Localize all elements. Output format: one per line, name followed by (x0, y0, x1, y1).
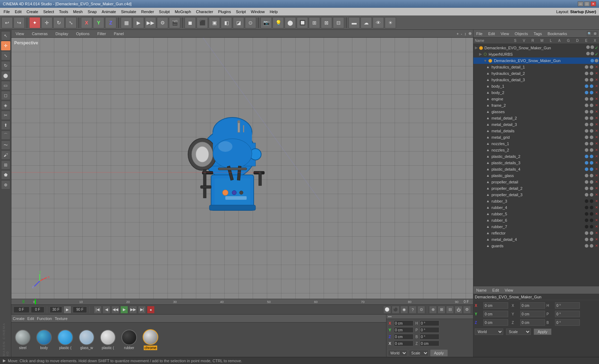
material-glass[interactable]: glass_w (77, 330, 96, 350)
coord-z-size[interactable] (420, 341, 439, 346)
om-view[interactable]: View (499, 31, 511, 37)
tool-loop-select[interactable]: ◻ (1, 91, 10, 100)
sky-btn[interactable]: ☁ (361, 17, 372, 28)
menu-snap[interactable]: Snap (86, 9, 99, 15)
jump-end-btn[interactable]: ▶| (138, 306, 146, 314)
attr-x-pos[interactable] (483, 302, 508, 309)
tab-options[interactable]: Options (73, 31, 92, 37)
y-axis-btn[interactable]: Y (93, 17, 104, 28)
rotate-mode-btn[interactable]: ↻ (53, 17, 65, 28)
tool-globe[interactable]: ⊕ (1, 180, 10, 189)
menu-mesh[interactable]: Mesh (71, 9, 85, 15)
tool-rotate[interactable]: ↻ (1, 61, 10, 70)
render-region-btn[interactable]: ▦ (121, 17, 132, 28)
key-mark-btn[interactable]: ? (409, 306, 417, 314)
om-settings-icon[interactable]: ⚙ (593, 31, 598, 36)
menu-mograph[interactable]: MoGraph (172, 9, 193, 15)
menu-sculpt[interactable]: Sculpt (157, 9, 172, 15)
om-bookmarks[interactable]: Bookmarks (546, 31, 568, 37)
attr-p-val[interactable] (555, 311, 580, 317)
tree-item-main-group[interactable]: ▼ ⬤ Demaclenko_EVO_Snow_Maker_Gun (473, 57, 599, 64)
tree-item-rubber-5[interactable]: ▲ rubber_5 ✕ (473, 211, 599, 217)
current-frame-input[interactable] (13, 307, 29, 313)
tree-item-plastic-details-4[interactable]: ▲ plastic_details_4 ✕ (473, 166, 599, 172)
tool-rect-select[interactable]: ▭ (1, 81, 10, 90)
menu-animate[interactable]: Animate (100, 9, 118, 15)
tool-magnet[interactable]: ⬟ (1, 170, 10, 180)
uvw-mode-btn[interactable]: ◪ (233, 17, 244, 28)
menu-render[interactable]: Render (139, 9, 156, 15)
attr-apply-btn[interactable]: Apply (534, 329, 551, 335)
coord-x-size[interactable] (394, 341, 413, 346)
am-edit[interactable]: Edit (491, 287, 500, 293)
prev-key-btn[interactable]: ⊞ (438, 306, 445, 314)
am-name[interactable]: Name (475, 287, 488, 293)
select-mode-btn[interactable]: ✦ (29, 17, 40, 28)
obj-mode-btn[interactable]: ◼ (185, 17, 196, 28)
attr-y-size[interactable] (520, 311, 545, 317)
menu-edit[interactable]: Edit (13, 9, 24, 15)
attr-coord-system[interactable]: World Object (475, 329, 503, 335)
frame-input-2[interactable] (31, 307, 44, 313)
attr-transform-mode[interactable]: Scale Move (506, 329, 531, 335)
tree-item-reflector[interactable]: ▲ reflector ✕ (473, 230, 599, 236)
next-frame-btn[interactable]: ▶▶ (129, 306, 137, 314)
coord-z-pos[interactable] (394, 334, 413, 340)
tree-item-metal-detail-2[interactable]: ▲ metal_detail_2 ✕ (473, 115, 599, 121)
tree-item-metal-details[interactable]: ▲ metal_details ✕ (473, 128, 599, 134)
menu-help[interactable]: Help (268, 9, 280, 15)
solo-btn[interactable]: ⊙ (245, 17, 256, 28)
points-mode-btn[interactable]: ⬛ (197, 17, 208, 28)
material-rubber[interactable]: rubber (120, 330, 138, 350)
undo-btn[interactable]: ↩ (1, 17, 13, 28)
tree-item-rubber-4[interactable]: ▲ rubber_4 ✕ (473, 204, 599, 211)
coord-y-pos[interactable] (394, 327, 413, 333)
snap-btn[interactable]: 🔲 (297, 17, 308, 28)
key-sel-btn[interactable]: ⚫ (392, 306, 400, 314)
tool-extrude[interactable]: ⬆ (1, 121, 10, 130)
none-btn[interactable]: ⊟ (333, 17, 344, 28)
tab-view[interactable]: View (13, 31, 27, 37)
z-axis-btn[interactable]: Z (105, 17, 116, 28)
end-frame-input[interactable] (73, 307, 87, 313)
timeline-numbers[interactable]: 0 10 20 30 40 50 60 70 80 90 (34, 299, 461, 304)
3d-viewport[interactable]: Perspective (11, 38, 473, 299)
tool-poly-select[interactable]: ◈ (1, 101, 10, 110)
viewport-nav-zoom[interactable]: ↕ (465, 32, 467, 36)
om-edit[interactable]: Edit (487, 31, 496, 37)
tree-item-plastic-glass[interactable]: ▲ plastic_glass ✕ (473, 172, 599, 179)
attr-z-size[interactable] (520, 319, 545, 326)
tree-item-propeller-detail[interactable]: ▲ propeller_detail ✕ (473, 179, 599, 185)
menu-select[interactable]: Select (41, 9, 56, 15)
record-btn[interactable]: ▶ (64, 306, 71, 314)
tree-item-metal-grid[interactable]: ▲ metal_grid ✕ (473, 134, 599, 140)
move-mode-btn[interactable]: ✛ (41, 17, 53, 28)
material-steel[interactable]: steel (13, 330, 32, 350)
light-btn[interactable]: 💡 (273, 17, 284, 28)
material-chrome[interactable]: chrome (141, 329, 160, 350)
transform-mode-dropdown[interactable]: Scale Move Rotate (409, 350, 429, 356)
viewport-nav-plus[interactable]: + (456, 32, 458, 36)
attr-y-pos[interactable] (483, 311, 508, 317)
attr-z-pos[interactable] (483, 319, 508, 326)
cfg-btn[interactable]: ⚙ (463, 306, 471, 314)
x-axis-btn[interactable]: X (81, 17, 92, 28)
tab-filter[interactable]: Filter (94, 31, 109, 37)
tree-item-rubber-7[interactable]: ▲ rubber_7 ✕ (473, 224, 599, 230)
edges-mode-btn[interactable]: ▣ (209, 17, 220, 28)
menu-create[interactable]: Create (24, 9, 40, 15)
tool-move[interactable]: ✛ (1, 41, 10, 50)
mat-texture[interactable]: Texture (55, 316, 67, 321)
material-plastic2[interactable]: plastic ( (99, 330, 117, 350)
next-key-btn[interactable]: ⊟ (446, 306, 454, 314)
tree-item-guards[interactable]: ▲ guards ✕ (473, 243, 599, 249)
menu-script[interactable]: Script (234, 9, 248, 15)
om-objects[interactable]: Objects (513, 31, 529, 37)
poly-mode-btn[interactable]: ◧ (221, 17, 232, 28)
attr-b-val[interactable] (555, 319, 580, 326)
attr-x-size[interactable] (520, 302, 545, 309)
attr-h-val[interactable] (555, 302, 580, 309)
stereo-btn[interactable]: 👁 (373, 17, 384, 28)
power-btn[interactable]: ⏻ (455, 306, 462, 314)
tool-spline[interactable]: 〜 (1, 140, 10, 150)
